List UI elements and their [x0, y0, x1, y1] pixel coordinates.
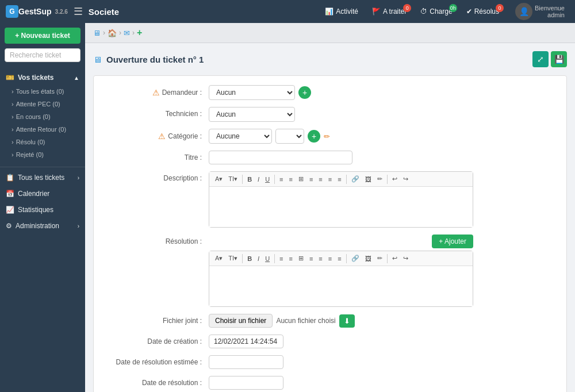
rte-redo-btn2[interactable]: ↪	[401, 253, 411, 263]
rte-undo-btn2[interactable]: ↩	[390, 253, 400, 263]
rte-align-right-btn2[interactable]: ≡	[326, 254, 334, 263]
rte-align-left-btn2[interactable]: ≡	[307, 254, 315, 263]
file-no-chosen: Aucun fichier choisi	[276, 317, 335, 325]
app-logo: G	[6, 5, 18, 18]
arrow-icon: ›	[12, 113, 14, 120]
rte-ul-btn[interactable]: ≡	[277, 175, 285, 184]
resolution-wrapper: + Ajouter A▾ TI▾ B I U	[209, 235, 473, 307]
rte-bold-btn[interactable]: B	[245, 175, 254, 184]
rte-color-btn[interactable]: ✏	[375, 174, 385, 184]
save-button[interactable]: 💾	[551, 51, 567, 67]
search-input[interactable]	[5, 48, 80, 62]
date-creation-input[interactable]	[209, 335, 283, 348]
rte-image-btn[interactable]: 🖼	[363, 175, 374, 184]
statistiques-item[interactable]: 📈 Statistiques	[0, 202, 85, 218]
add-categorie-button[interactable]: +	[308, 130, 320, 143]
technicien-label: Technicien :	[105, 107, 209, 118]
technicien-field: Aucun	[209, 107, 555, 122]
rte-sep5	[242, 254, 243, 263]
rte-italic-btn2[interactable]: I	[255, 254, 262, 263]
date-resolution-est-label: Date de résolution estimée :	[105, 355, 209, 366]
date-resolution-label: Date de résolution :	[105, 376, 209, 387]
rte-redo-btn[interactable]: ↪	[401, 174, 411, 184]
rte-bold-btn2[interactable]: B	[245, 254, 254, 263]
vos-tickets-header[interactable]: 🎫 Vos tickets ▲	[0, 70, 85, 85]
rte-underline-btn[interactable]: U	[263, 175, 272, 184]
rte-align-justify-btn[interactable]: ≡	[335, 175, 343, 184]
home-icon[interactable]: 🏠	[108, 29, 117, 37]
calendrier-item[interactable]: 📅 Calendrier	[0, 186, 85, 202]
date-resolution-input[interactable]	[209, 376, 283, 390]
administration-item[interactable]: ⚙ Administration ›	[0, 218, 85, 234]
description-toolbar: A▾ TI▾ B I U ≡ ≡ ⊞ ≡ ≡	[209, 172, 473, 187]
date-creation-row: Date de création :	[105, 335, 555, 348]
rte-table-btn[interactable]: ⊞	[296, 174, 306, 184]
resolus-button[interactable]: ✔ Résolus 0	[461, 5, 505, 18]
resolution-field: + Ajouter A▾ TI▾ B I U	[209, 235, 555, 307]
monitor-icon: 🖥	[93, 29, 101, 37]
sous-categorie-select[interactable]	[275, 129, 304, 144]
technicien-select[interactable]: Aucun	[209, 107, 295, 122]
arrow-icon: ›	[12, 101, 14, 107]
charge-button[interactable]: ⏱ Charge 0h	[415, 5, 458, 18]
categorie-select[interactable]: Aucune	[209, 129, 272, 144]
date-resolution-est-input[interactable]	[209, 355, 283, 369]
rte-align-justify-btn2[interactable]: ≡	[335, 254, 343, 263]
rte-align-center-btn[interactable]: ≡	[316, 175, 324, 184]
demandeur-select[interactable]: Aucun	[209, 85, 295, 100]
resolution-add-row: + Ajouter	[209, 235, 473, 248]
technicien-row: Technicien : Aucun	[105, 107, 555, 122]
new-ticket-button[interactable]: + Nouveau ticket	[5, 28, 80, 44]
rte-font-btn2[interactable]: A▾	[213, 253, 225, 263]
mail-icon[interactable]: ✉	[124, 29, 130, 37]
rte-ol-btn2[interactable]: ≡	[287, 254, 295, 263]
sidebar-item-attente-pec[interactable]: › Attente PEC (0)	[0, 98, 85, 110]
rte-undo-btn[interactable]: ↩	[390, 174, 400, 184]
rte-color-btn2[interactable]: ✏	[375, 253, 385, 263]
titre-input[interactable]	[209, 151, 352, 164]
rte-ol-btn[interactable]: ≡	[287, 175, 295, 184]
rte-ul-btn2[interactable]: ≡	[277, 254, 285, 263]
hamburger-icon[interactable]: ☰	[74, 5, 83, 18]
rte-link-btn[interactable]: 🔗	[349, 174, 362, 184]
expand-button[interactable]: ⤢	[532, 51, 549, 67]
arrow-icon: ›	[12, 139, 14, 145]
resolution-body[interactable]	[209, 266, 473, 306]
add-demandeur-button[interactable]: +	[298, 86, 311, 99]
sidebar-item-resolu[interactable]: › Résolu (0)	[0, 136, 85, 148]
rte-image-btn2[interactable]: 🖼	[363, 254, 374, 263]
rte-align-left-btn[interactable]: ≡	[307, 175, 315, 184]
titre-field	[209, 151, 555, 164]
rte-italic-btn[interactable]: I	[255, 175, 262, 184]
atraiter-button[interactable]: 🚩 A traiter 0	[366, 5, 412, 18]
stats-icon: 📈	[6, 206, 14, 214]
resolus-badge: 0	[496, 4, 504, 12]
date-resolution-row: Date de résolution :	[105, 376, 555, 390]
sidebar-item-en-cours[interactable]: › En cours (0)	[0, 110, 85, 123]
rte-format-btn[interactable]: TI▾	[226, 174, 240, 184]
rte-table-btn2[interactable]: ⊞	[296, 253, 306, 263]
date-resolution-field	[209, 376, 555, 390]
tous-tickets-item[interactable]: 📋 Tous les tickets ›	[0, 170, 85, 186]
sidebar-item-tous-etats[interactable]: › Tous les états (0)	[0, 85, 85, 98]
activite-button[interactable]: 📊 Activité	[319, 5, 364, 18]
edit-categorie-button[interactable]: ✏	[324, 132, 330, 141]
upload-button[interactable]: ⬇	[339, 314, 355, 328]
rte-sep8	[387, 254, 388, 263]
description-body[interactable]	[209, 187, 473, 227]
rte-align-right-btn[interactable]: ≡	[326, 175, 334, 184]
rte-underline-btn2[interactable]: U	[263, 254, 272, 263]
calendar-icon: 📅	[6, 190, 14, 198]
rte-font-btn[interactable]: A▾	[213, 174, 225, 184]
add-breadcrumb-button[interactable]: +	[137, 28, 142, 38]
rte-format-btn2[interactable]: TI▾	[226, 253, 240, 263]
ajouter-button[interactable]: + Ajouter	[432, 235, 473, 248]
sidebar-item-rejete[interactable]: › Rejeté (0)	[0, 148, 85, 161]
date-creation-field	[209, 335, 555, 348]
choose-file-button[interactable]: Choisir un fichier	[209, 314, 273, 328]
charge-icon: ⏱	[420, 7, 427, 16]
date-resolution-est-field	[209, 355, 555, 369]
sidebar-item-attente-retour[interactable]: › Attente Retour (0)	[0, 123, 85, 136]
rte-link-btn2[interactable]: 🔗	[349, 253, 362, 263]
rte-align-center-btn2[interactable]: ≡	[316, 254, 324, 263]
